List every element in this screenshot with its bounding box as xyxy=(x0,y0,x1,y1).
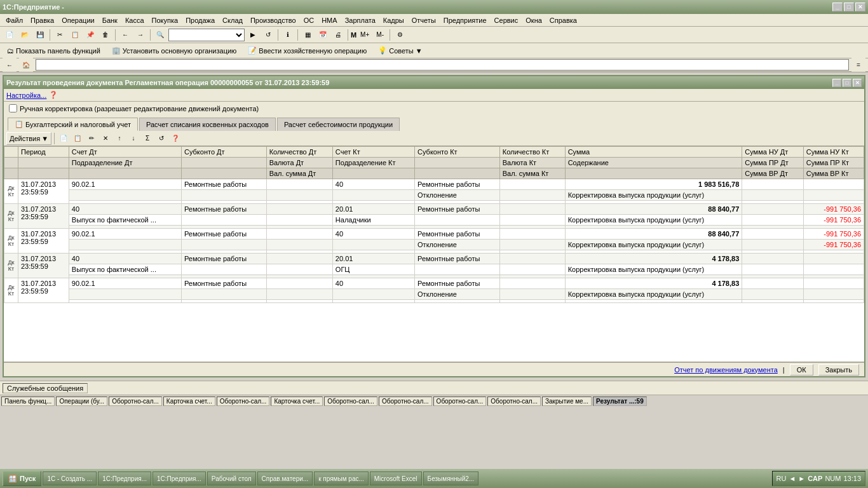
task-1c-2[interactable]: 1С:Предприя... xyxy=(153,471,206,485)
inner-toolbar: Действия ▼ 📄 📋 ✏ ✕ ↑ ↓ Σ ↺ ❓ xyxy=(4,131,864,146)
forward-button[interactable]: → xyxy=(133,28,147,42)
task-result[interactable]: Результат ...:59 xyxy=(593,396,647,406)
menu-kassa[interactable]: Касса xyxy=(122,16,147,25)
task-sprav[interactable]: Справ.матери... xyxy=(257,471,313,485)
menu-enterprise[interactable]: Предприятие xyxy=(440,16,490,25)
menu-salary[interactable]: Зарплата xyxy=(342,16,379,25)
save-button[interactable]: 💾 xyxy=(33,28,47,42)
menu-operations[interactable]: Операции xyxy=(58,16,97,25)
nav-dropdown[interactable] xyxy=(168,29,245,41)
m-minus-button[interactable]: M- xyxy=(373,28,387,42)
table-row[interactable]: ДкКт31.07.2013 23:59:5990.02.1Ремонтные … xyxy=(4,278,864,289)
new-button[interactable]: 📄 xyxy=(3,28,17,42)
close-button-doc[interactable]: Закрыть xyxy=(818,364,859,376)
menu-nma[interactable]: НМА xyxy=(318,16,340,25)
print-button[interactable]: 🖨 xyxy=(331,28,345,42)
refresh-button[interactable]: ↺ xyxy=(261,28,275,42)
th3-empty3 xyxy=(69,168,181,179)
task-oborot3[interactable]: Оборотно-сал... xyxy=(324,396,377,406)
tab-accounting[interactable]: 📋 Бухгалтерский и налоговый учет xyxy=(8,118,138,131)
actions-dropdown[interactable]: Действия ▼ xyxy=(6,132,51,145)
menu-service[interactable]: Сервис xyxy=(491,16,522,25)
task-oborot5[interactable]: Оборотно-сал... xyxy=(433,396,487,406)
address-input[interactable] xyxy=(36,59,849,71)
tb-refresh[interactable]: ↺ xyxy=(155,132,168,145)
delete-button[interactable]: 🗑 xyxy=(98,28,112,42)
menu-os[interactable]: ОС xyxy=(301,16,318,25)
menu-reports[interactable]: Отчеты xyxy=(409,16,439,25)
open-button[interactable]: 📂 xyxy=(18,28,32,42)
task-operations[interactable]: Операции (бу... xyxy=(56,396,107,406)
maximize-button[interactable]: □ xyxy=(844,3,854,11)
menu-file[interactable]: Файл xyxy=(3,16,26,25)
task-kartochka2[interactable]: Карточка счет... xyxy=(271,396,323,406)
go-button[interactable]: ▶ xyxy=(246,28,260,42)
task-oborot6[interactable]: Оборотно-сал... xyxy=(487,396,541,406)
menu-purchase[interactable]: Покупка xyxy=(149,16,182,25)
m-plus-button[interactable]: M+ xyxy=(358,28,372,42)
doc-minimize[interactable]: _ xyxy=(832,79,841,87)
tb-help[interactable]: ❓ xyxy=(169,132,182,145)
close-button[interactable]: ✕ xyxy=(855,3,865,11)
extra-button[interactable]: ⚙ xyxy=(393,28,407,42)
addr-home[interactable]: 🏠 xyxy=(19,58,33,72)
show-panel-button[interactable]: 🗂 Показать панель функций xyxy=(3,45,105,57)
menu-bank[interactable]: Банк xyxy=(99,16,121,25)
menu-sale[interactable]: Продажа xyxy=(182,16,218,25)
cell-valyuta-dt xyxy=(266,289,332,300)
back-button[interactable]: ← xyxy=(118,28,132,42)
task-oborot4[interactable]: Оборотно-сал... xyxy=(379,396,432,406)
tips-button[interactable]: 💡 Советы ▼ xyxy=(374,44,426,57)
enter-operation-button[interactable]: 📝 Ввести хозяйственную операцию xyxy=(243,44,371,57)
task-kartochka1[interactable]: Карточка счет... xyxy=(163,396,215,406)
task-pryam[interactable]: к прямым рас... xyxy=(314,471,369,485)
minimize-button[interactable]: _ xyxy=(832,3,843,11)
tb-up[interactable]: ↑ xyxy=(113,132,126,145)
cut-button[interactable]: ✂ xyxy=(53,28,67,42)
tab-indirect-costs[interactable]: Расчет списания косвенных расходов xyxy=(139,118,276,131)
search-button[interactable]: 🔍 xyxy=(153,28,167,42)
ok-button[interactable]: ОК xyxy=(790,364,813,376)
copy-button[interactable]: 📋 xyxy=(68,28,82,42)
manual-correction-checkbox[interactable] xyxy=(9,104,17,112)
doc-close[interactable]: ✕ xyxy=(853,79,862,87)
tb-delete[interactable]: ✕ xyxy=(99,132,112,145)
menu-warehouse[interactable]: Склад xyxy=(219,16,246,25)
paste-button[interactable]: 📌 xyxy=(83,28,97,42)
menu-edit[interactable]: Правка xyxy=(27,16,57,25)
task-1c-1[interactable]: 1С:Предприя... xyxy=(98,471,151,485)
tb-new[interactable]: 📄 xyxy=(57,132,70,145)
tb-sum[interactable]: Σ xyxy=(141,132,154,145)
start-button[interactable]: 🪟 Пуск xyxy=(3,471,41,486)
task-oborot1[interactable]: Оборотно-сал... xyxy=(109,396,162,406)
addr-go[interactable]: = xyxy=(851,58,865,72)
table-row[interactable]: ДкКт31.07.2013 23:59:5940Ремонтные работ… xyxy=(4,204,864,215)
info-button[interactable]: ℹ xyxy=(281,28,295,42)
calendar-button[interactable]: 📅 xyxy=(316,28,330,42)
tb-copy[interactable]: 📋 xyxy=(71,132,84,145)
task-desktop[interactable]: Рабочий стол xyxy=(207,471,256,485)
task-oborot2[interactable]: Оборотно-сал... xyxy=(217,396,270,406)
task-zakrytie[interactable]: Закрытие ме... xyxy=(542,396,592,406)
menu-help[interactable]: Справка xyxy=(546,16,580,25)
task-панель[interactable]: Панель функц... xyxy=(1,396,55,406)
report-link[interactable]: Отчет по движениям документа xyxy=(674,366,778,374)
settings-link[interactable]: Настройка... xyxy=(6,92,46,99)
table-row[interactable]: ДкКт31.07.2013 23:59:5940Ремонтные работ… xyxy=(4,254,864,264)
task-excel[interactable]: Microsoft Excel xyxy=(370,471,422,485)
messages-btn[interactable]: Служебные сообщения xyxy=(3,383,88,393)
set-org-button[interactable]: 🏢 Установить основную организацию xyxy=(107,44,241,57)
tb-down[interactable]: ↓ xyxy=(127,132,140,145)
task-unnamed[interactable]: Безымянный2... xyxy=(423,471,479,485)
tab-cost-price[interactable]: Расчет себестоимости продукции xyxy=(277,118,400,131)
tb-edit[interactable]: ✏ xyxy=(85,132,98,145)
task-create[interactable]: 1С - Создать ... xyxy=(43,471,97,485)
addr-back[interactable]: ← xyxy=(3,58,17,72)
menu-hr[interactable]: Кадры xyxy=(380,16,407,25)
table-row[interactable]: ДкКт31.07.2013 23:59:5990.02.1Ремонтные … xyxy=(4,179,864,190)
menu-windows[interactable]: Окна xyxy=(522,16,545,25)
calc-button[interactable]: ▦ xyxy=(301,28,315,42)
doc-restore[interactable]: □ xyxy=(843,79,851,87)
menu-production[interactable]: Производство xyxy=(247,16,299,25)
table-row[interactable]: ДкКт31.07.2013 23:59:5990.02.1Ремонтные … xyxy=(4,229,864,240)
